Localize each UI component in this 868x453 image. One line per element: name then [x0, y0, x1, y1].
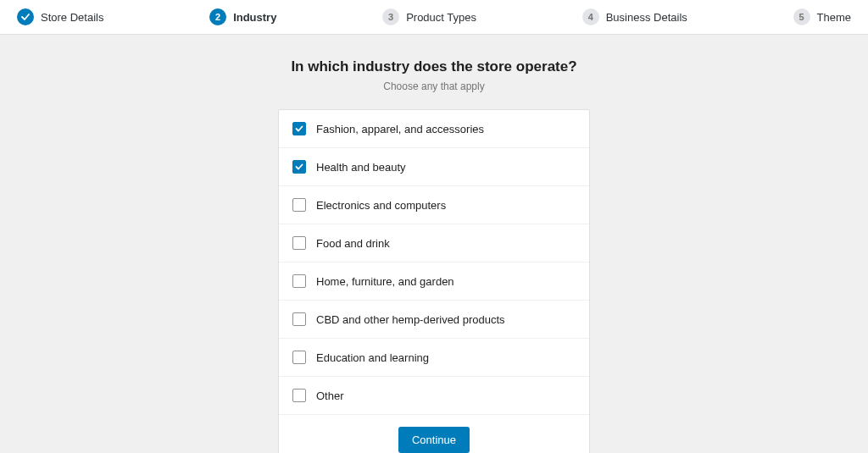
option-fashion[interactable]: Fashion, apparel, and accessories	[279, 110, 589, 148]
option-food-drink[interactable]: Food and drink	[279, 224, 589, 262]
step-label: Business Details	[606, 11, 687, 24]
step-number-badge: 4	[582, 8, 599, 25]
option-cbd[interactable]: CBD and other hemp-derived products	[279, 301, 589, 339]
checkbox-icon[interactable]	[292, 389, 306, 402]
stepper-bar: Store Details 2 Industry 3 Product Types…	[0, 0, 868, 35]
option-label: Food and drink	[316, 237, 390, 250]
checkmark-icon	[17, 8, 34, 25]
step-label: Industry	[233, 11, 276, 24]
step-number-badge: 5	[793, 8, 810, 25]
option-home-garden[interactable]: Home, furniture, and garden	[279, 262, 589, 301]
step-industry[interactable]: 2 Industry	[209, 8, 276, 25]
continue-button[interactable]: Continue	[398, 427, 470, 453]
option-label: Other	[316, 389, 344, 402]
page-subtitle: Choose any that apply	[383, 80, 484, 92]
step-number-badge: 3	[382, 8, 399, 25]
checkbox-icon[interactable]	[292, 274, 306, 288]
checkbox-icon[interactable]	[292, 198, 306, 212]
option-health-beauty[interactable]: Health and beauty	[279, 148, 589, 186]
step-theme[interactable]: 5 Theme	[793, 8, 851, 25]
page-title: In which industry does the store operate…	[291, 58, 576, 75]
option-label: Electronics and computers	[316, 199, 446, 212]
option-label: Fashion, apparel, and accessories	[316, 123, 484, 135]
step-label: Product Types	[406, 11, 476, 24]
option-label: Education and learning	[316, 351, 429, 364]
checkbox-icon[interactable]	[292, 312, 306, 326]
checkbox-icon[interactable]	[292, 236, 306, 250]
option-label: CBD and other hemp-derived products	[316, 313, 505, 326]
option-education[interactable]: Education and learning	[279, 339, 589, 377]
main-content: In which industry does the store operate…	[0, 35, 868, 453]
step-product-types[interactable]: 3 Product Types	[382, 8, 476, 25]
step-number-badge: 2	[209, 8, 226, 25]
step-store-details[interactable]: Store Details	[17, 8, 103, 25]
option-label: Home, furniture, and garden	[316, 275, 454, 288]
checkbox-icon[interactable]	[292, 160, 306, 174]
step-label: Theme	[817, 11, 851, 24]
option-electronics[interactable]: Electronics and computers	[279, 186, 589, 224]
checkbox-icon[interactable]	[292, 351, 306, 364]
card-footer: Continue	[279, 415, 589, 453]
option-other[interactable]: Other	[279, 377, 589, 415]
step-label: Store Details	[41, 11, 103, 24]
step-business-details[interactable]: 4 Business Details	[582, 8, 687, 25]
industry-options-card: Fashion, apparel, and accessories Health…	[278, 109, 590, 453]
option-label: Health and beauty	[316, 161, 406, 174]
checkbox-icon[interactable]	[292, 122, 306, 135]
